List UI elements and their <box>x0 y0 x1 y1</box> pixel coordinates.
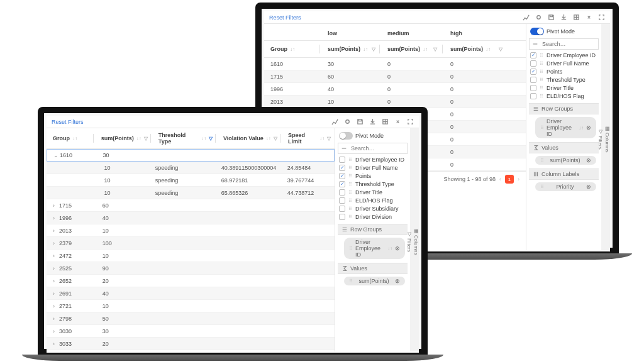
column-toggle[interactable]: ⠿Driver Title <box>530 85 597 91</box>
col-group-low[interactable]: low <box>324 26 384 40</box>
checkbox-icon[interactable] <box>530 85 536 91</box>
side-tab-columns[interactable]: ▦ Columns <box>604 124 610 154</box>
col-low-agg[interactable]: sum(Points)↓↑▽ <box>324 41 384 57</box>
row-group-chip[interactable]: ⠿Driver Employee ID↓↑⊗ <box>535 117 596 138</box>
download-icon[interactable] <box>369 118 376 125</box>
table-row[interactable]: ›279850 <box>47 312 335 325</box>
checkbox-icon[interactable] <box>530 77 536 83</box>
checkbox-icon[interactable] <box>530 60 536 67</box>
expand-icon[interactable]: › <box>53 253 59 259</box>
table-row[interactable]: 10speeding65.86532644.738712 <box>47 187 335 199</box>
column-toggle[interactable]: ⠿Driver Employee ID <box>339 157 406 163</box>
table-row[interactable]: 19964000 <box>264 83 526 96</box>
panel-search[interactable] <box>338 143 408 154</box>
checkbox-icon[interactable] <box>339 181 345 187</box>
column-toggle[interactable]: ⠿Points <box>339 173 406 179</box>
col-group[interactable]: Group↓↑ <box>264 41 324 57</box>
expand-icon[interactable]: ⌄ <box>53 152 60 158</box>
expand-icon[interactable]: › <box>53 290 59 297</box>
checkbox-icon[interactable] <box>339 189 345 196</box>
checkbox-icon[interactable] <box>339 206 345 212</box>
column-toggle[interactable]: ⠿Threshold Type <box>530 77 597 83</box>
expand-icon[interactable]: › <box>53 215 59 221</box>
reset-link[interactable]: Reset Filters <box>269 14 301 21</box>
save-icon[interactable] <box>548 14 555 21</box>
chart-icon[interactable] <box>523 14 530 21</box>
column-toggle[interactable]: ⠿Points <box>530 69 597 75</box>
row-group-chip[interactable]: ⠿Driver Employee ID↓↑⊗ <box>344 238 405 259</box>
col-high-agg[interactable]: sum(Points)↓↑▽ <box>447 41 506 57</box>
table-row[interactable]: 17156000 <box>264 70 526 83</box>
col-sum-points[interactable]: sum(Points)↓↑▽ <box>97 128 155 148</box>
table-row[interactable]: ›199640 <box>47 212 335 224</box>
grid-icon[interactable] <box>382 118 389 125</box>
expand-icon[interactable]: › <box>53 265 59 272</box>
save-icon[interactable] <box>357 118 364 125</box>
table-row[interactable]: 10speeding68.97218139.767744 <box>47 174 335 187</box>
pivot-switch[interactable] <box>339 132 353 140</box>
table-row[interactable]: ›247210 <box>47 250 335 262</box>
table-row[interactable]: ›303320 <box>47 338 335 350</box>
toggle-icon[interactable] <box>344 118 351 125</box>
column-toggle[interactable]: ⠿Driver Division <box>339 214 406 220</box>
collapse-icon[interactable] <box>586 14 592 21</box>
panel-search[interactable] <box>529 38 599 50</box>
checkbox-icon[interactable] <box>339 197 345 204</box>
pager-prev[interactable]: ‹ <box>499 176 501 182</box>
expand-icon[interactable]: › <box>53 202 59 209</box>
expand-icon[interactable]: › <box>53 303 59 309</box>
column-toggle[interactable]: ⠿ELD/HOS Flag <box>530 93 597 99</box>
collapse-icon[interactable] <box>394 118 401 125</box>
filter-icon[interactable]: ▽ <box>372 47 375 52</box>
expand-icon[interactable]: › <box>53 278 59 284</box>
filter-icon[interactable]: ▽ <box>209 136 213 141</box>
fullscreen-icon[interactable] <box>407 118 414 125</box>
pager-next[interactable]: › <box>518 176 519 182</box>
column-toggle[interactable]: ⠿Driver Employee ID <box>530 52 597 58</box>
table-row[interactable]: ›265220 <box>47 275 335 287</box>
col-group[interactable]: Group↓↑ <box>47 128 97 148</box>
filter-icon[interactable]: ▽ <box>433 47 437 52</box>
column-toggle[interactable]: ⠿Driver Subsidiary <box>339 206 406 212</box>
column-toggle[interactable]: ⠿Driver Full Name <box>339 165 406 171</box>
checkbox-icon[interactable] <box>339 165 345 171</box>
pivot-switch[interactable] <box>530 28 544 35</box>
table-row[interactable]: 16103000 <box>264 58 526 70</box>
checkbox-icon[interactable] <box>339 173 345 179</box>
col-threshold-type[interactable]: Threshold Type↓↑▽ <box>155 128 219 148</box>
table-row[interactable]: ⌄161030 <box>47 149 335 162</box>
expand-icon[interactable]: › <box>53 228 59 234</box>
table-row[interactable]: ›171560 <box>47 199 335 212</box>
checkbox-icon[interactable] <box>530 93 536 99</box>
table-row[interactable]: ›252590 <box>47 262 335 275</box>
values-chip[interactable]: ⠿sum(Points)⊗ <box>344 277 405 285</box>
column-label-chip[interactable]: ⠿Priority⊗ <box>535 182 596 191</box>
panel-search-input[interactable] <box>541 40 591 48</box>
pager-current[interactable]: 1 <box>505 175 514 184</box>
filter-icon[interactable]: ▽ <box>499 47 502 52</box>
checkbox-icon[interactable] <box>530 69 536 75</box>
values-chip[interactable]: ⠿sum(Points)⊗ <box>535 156 596 165</box>
side-tab-filters[interactable]: ▽ Filters <box>597 128 603 151</box>
side-tab-columns[interactable]: ▦ Columns <box>413 227 419 256</box>
table-row[interactable]: ›272110 <box>47 300 335 312</box>
side-tab-filters[interactable]: ▽ Filters <box>406 230 412 253</box>
column-toggle[interactable]: ⠿Threshold Type <box>339 181 406 187</box>
table-row[interactable]: ›269140 <box>47 287 335 300</box>
table-row[interactable]: 20131000 <box>264 96 526 108</box>
filter-icon[interactable]: ▽ <box>144 136 148 141</box>
expand-icon[interactable]: › <box>53 316 59 322</box>
col-med-agg[interactable]: sum(Points)↓↑▽ <box>384 41 447 57</box>
download-icon[interactable] <box>560 14 567 21</box>
column-toggle[interactable]: ⠿ELD/HOS Flag <box>339 197 406 204</box>
chart-icon[interactable] <box>331 118 338 125</box>
checkbox-icon[interactable] <box>339 214 345 220</box>
column-toggle[interactable]: ⠿Driver Title <box>339 189 406 196</box>
panel-search-input[interactable] <box>350 145 400 152</box>
column-toggle[interactable]: ⠿Driver Full Name <box>530 60 597 67</box>
checkbox-icon[interactable] <box>339 157 345 163</box>
col-group-high[interactable]: high <box>447 26 506 40</box>
table-row[interactable]: ›201310 <box>47 224 335 237</box>
expand-icon[interactable]: › <box>53 328 59 334</box>
grid-icon[interactable] <box>573 14 580 21</box>
